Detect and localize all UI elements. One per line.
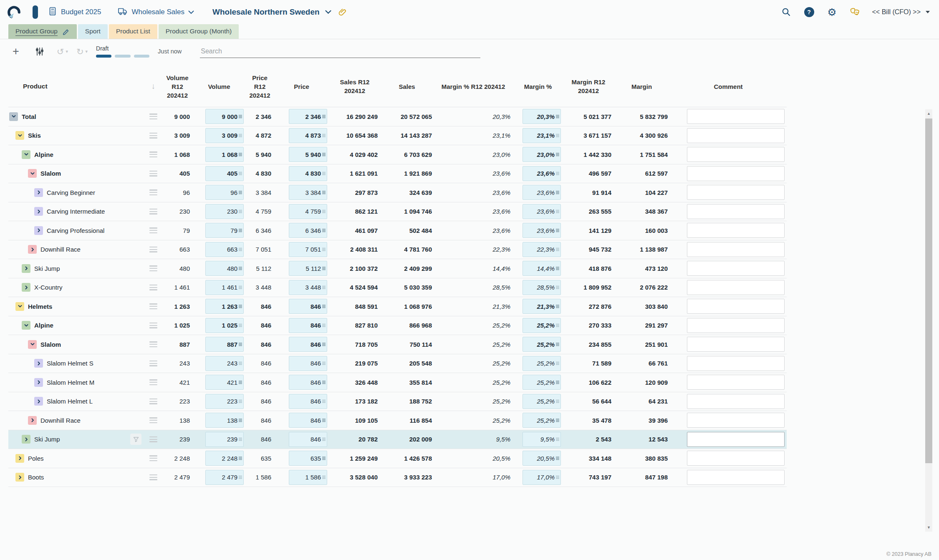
drag-handle-icon[interactable] — [149, 151, 157, 157]
margin-pct-input[interactable]: 25,2% — [523, 356, 561, 371]
column-header-price[interactable]: Price — [273, 82, 330, 91]
drag-handle-icon[interactable] — [149, 361, 157, 366]
scroll-down-icon[interactable]: ▼ — [925, 523, 932, 532]
margin-pct-input[interactable]: 25,2% — [523, 394, 561, 409]
cell-menu-grip-icon[interactable] — [322, 476, 326, 479]
theater-masks-icon[interactable] — [849, 6, 861, 18]
cell-menu-grip-icon[interactable] — [239, 115, 242, 118]
margin-pct-input[interactable]: 22,3% — [523, 242, 561, 257]
comment-input[interactable] — [687, 413, 785, 428]
workflow-status[interactable]: Draft — [96, 45, 149, 58]
price-input[interactable]: 3 448 — [289, 280, 327, 295]
expand-chevron-icon[interactable] — [34, 378, 43, 387]
price-input[interactable]: 4 759 — [289, 204, 327, 219]
drag-handle-icon[interactable] — [149, 303, 157, 309]
comment-input[interactable] — [687, 337, 785, 352]
comment-input[interactable] — [687, 242, 785, 257]
price-input[interactable]: 6 346 — [289, 223, 327, 238]
price-input[interactable]: 846 — [289, 394, 327, 409]
price-input[interactable]: 1 586 — [289, 470, 327, 485]
cell-menu-grip-icon[interactable] — [322, 324, 326, 327]
margin-pct-input[interactable]: 25,2% — [523, 413, 561, 428]
margin-pct-input[interactable]: 17,0% — [523, 470, 561, 485]
cell-menu-grip-icon[interactable] — [239, 191, 242, 194]
cell-menu-grip-icon[interactable] — [556, 343, 559, 346]
column-header-comment[interactable]: Comment — [670, 82, 787, 91]
collapse-chevron-icon[interactable] — [28, 169, 37, 178]
gear-icon[interactable]: ⚙ — [826, 6, 838, 18]
sidebar-handle[interactable] — [33, 5, 38, 19]
drag-handle-icon[interactable] — [149, 247, 157, 252]
volume-input[interactable]: 1 461 — [205, 280, 244, 295]
search-icon[interactable] — [780, 6, 792, 18]
comment-input[interactable] — [687, 356, 785, 371]
volume-input[interactable]: 138 — [205, 413, 244, 428]
price-input[interactable]: 846 — [289, 375, 327, 390]
comment-input[interactable] — [687, 261, 785, 276]
column-header-margin-r12[interactable]: Margin R12 202412 — [563, 78, 613, 95]
price-input[interactable]: 846 — [289, 299, 327, 314]
cell-menu-grip-icon[interactable] — [322, 457, 326, 460]
volume-input[interactable]: 480 — [205, 261, 244, 276]
volume-input[interactable]: 243 — [205, 356, 244, 371]
cell-menu-grip-icon[interactable] — [322, 305, 326, 308]
expand-chevron-icon[interactable] — [34, 226, 43, 235]
drag-handle-icon[interactable] — [149, 265, 157, 271]
cell-menu-grip-icon[interactable] — [322, 400, 326, 403]
cell-menu-grip-icon[interactable] — [239, 381, 242, 384]
sort-descending-icon[interactable]: ↓ — [144, 82, 163, 91]
cell-menu-grip-icon[interactable] — [239, 134, 242, 137]
cell-menu-grip-icon[interactable] — [322, 438, 326, 441]
cell-menu-grip-icon[interactable] — [556, 305, 559, 308]
comment-input[interactable] — [687, 109, 785, 124]
volume-input[interactable]: 1 025 — [205, 318, 244, 333]
margin-pct-input[interactable]: 23,6% — [523, 223, 561, 238]
margin-pct-input[interactable]: 23,6% — [523, 166, 561, 181]
expand-chevron-icon[interactable] — [34, 188, 43, 197]
scrollbar-thumb[interactable] — [925, 119, 932, 463]
tab-product-group-month[interactable]: Product Group (Month) — [159, 24, 239, 39]
drag-handle-icon[interactable] — [149, 133, 157, 139]
cell-menu-grip-icon[interactable] — [556, 267, 559, 270]
comment-input[interactable] — [687, 318, 785, 333]
price-input[interactable]: 4 873 — [289, 128, 327, 143]
cell-menu-grip-icon[interactable] — [556, 324, 559, 327]
comment-input[interactable] — [687, 394, 785, 409]
price-input[interactable]: 846 — [289, 356, 327, 371]
price-input[interactable]: 4 830 — [289, 166, 327, 181]
margin-pct-input[interactable]: 23,6% — [523, 204, 561, 219]
margin-pct-input[interactable]: 23,6% — [523, 185, 561, 200]
cell-menu-grip-icon[interactable] — [239, 248, 242, 251]
margin-pct-input[interactable]: 14,4% — [523, 261, 561, 276]
redo-button[interactable]: ↻ ▾ — [76, 47, 88, 56]
comment-input[interactable] — [687, 299, 785, 314]
comment-input[interactable] — [687, 147, 785, 162]
cell-menu-grip-icon[interactable] — [322, 191, 326, 194]
column-header-margin[interactable]: Margin — [613, 82, 670, 91]
tab-product-group[interactable]: Product Group — [8, 24, 77, 39]
price-input[interactable]: 2 346 — [289, 109, 327, 124]
column-header-product[interactable]: Product — [8, 82, 144, 91]
expand-chevron-icon[interactable] — [22, 283, 30, 292]
cell-menu-grip-icon[interactable] — [239, 286, 242, 289]
margin-pct-input[interactable]: 25,2% — [523, 318, 561, 333]
column-header-margin-pct[interactable]: Margin % — [512, 82, 563, 91]
cell-menu-grip-icon[interactable] — [322, 248, 326, 251]
budget-selector[interactable]: Budget 2025 — [48, 7, 101, 18]
price-input[interactable]: 5 112 — [289, 261, 327, 276]
drag-handle-icon[interactable] — [149, 114, 157, 119]
cell-menu-grip-icon[interactable] — [239, 324, 242, 327]
cell-menu-grip-icon[interactable] — [322, 381, 326, 384]
drag-handle-icon[interactable] — [149, 285, 157, 290]
tab-product-list[interactable]: Product List — [109, 24, 157, 39]
undo-button[interactable]: ↺ ▾ — [57, 47, 68, 56]
price-input[interactable]: 3 384 — [289, 185, 327, 200]
filter-sliders-icon[interactable] — [35, 47, 44, 56]
expand-chevron-icon[interactable] — [15, 473, 24, 482]
volume-input[interactable]: 405 — [205, 166, 244, 181]
price-input[interactable]: 846 — [289, 413, 327, 428]
comment-input[interactable] — [687, 451, 785, 466]
volume-input[interactable]: 79 — [205, 223, 244, 238]
volume-input[interactable]: 96 — [205, 185, 244, 200]
expand-chevron-icon[interactable] — [15, 454, 24, 463]
